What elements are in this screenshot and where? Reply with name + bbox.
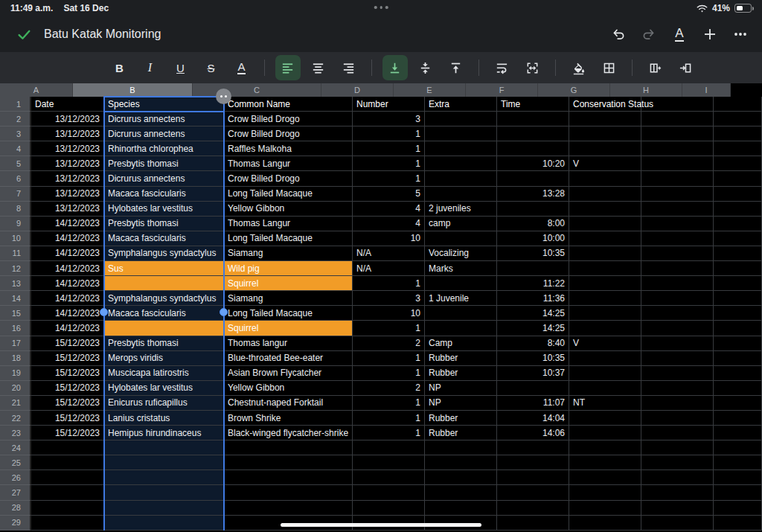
cell-B15[interactable]: Macaca fascicularis — [104, 306, 224, 321]
cell-B12[interactable]: Sus — [104, 261, 224, 276]
cell-B29[interactable] — [104, 516, 224, 531]
cell-A7[interactable]: 13/12/2023 — [31, 187, 104, 202]
row-header-13[interactable]: 13 — [0, 276, 31, 291]
cell-H7[interactable] — [641, 187, 714, 202]
strikethrough-button[interactable]: S — [199, 55, 224, 80]
cell-I13[interactable] — [714, 276, 762, 291]
cell-E21[interactable]: NP — [425, 396, 497, 411]
cell-G6[interactable] — [569, 171, 641, 186]
cell-D18[interactable]: 1 — [353, 351, 425, 366]
fill-color-button[interactable] — [566, 55, 592, 80]
cell-F24[interactable] — [497, 440, 569, 455]
cell-C21[interactable]: Chestnut-naped Forktail — [224, 396, 353, 411]
cell-G3[interactable] — [569, 126, 641, 141]
cell-A10[interactable]: 14/12/2023 — [31, 231, 104, 246]
cell-A9[interactable]: 14/12/2023 — [31, 217, 104, 231]
column-header-A[interactable]: A — [0, 83, 73, 97]
cell-F21[interactable]: 11:07 — [497, 396, 569, 411]
cell-H21[interactable] — [641, 396, 714, 411]
cell-C1[interactable]: Common Name — [224, 97, 353, 112]
cell-B20[interactable]: Hylobates lar vestitus — [104, 381, 224, 396]
cell-I26[interactable] — [714, 470, 762, 485]
cell-E20[interactable]: NP — [425, 381, 497, 396]
cell-D6[interactable]: 1 — [353, 171, 425, 186]
cell-B4[interactable]: Rhinortha chlorophea — [104, 141, 224, 156]
row-header-26[interactable]: 26 — [0, 470, 31, 485]
cell-H27[interactable] — [641, 485, 714, 500]
column-header-E[interactable]: E — [394, 83, 466, 97]
cell-D2[interactable]: 3 — [353, 112, 425, 126]
cell-I15[interactable] — [714, 306, 762, 321]
cell-I17[interactable] — [714, 336, 762, 351]
row-header-29[interactable]: 29 — [0, 516, 31, 531]
cell-A25[interactable] — [31, 455, 104, 470]
cell-G7[interactable] — [569, 187, 641, 202]
cell-F16[interactable]: 14:25 — [497, 321, 569, 336]
cell-F9[interactable]: 8:00 — [497, 217, 569, 231]
row-header-8[interactable]: 8 — [0, 202, 31, 217]
cell-E25[interactable] — [425, 455, 497, 470]
cell-D12[interactable]: N/A — [353, 261, 425, 276]
cell-G4[interactable] — [569, 141, 641, 156]
more-menu-button[interactable] — [729, 23, 752, 45]
cell-F27[interactable] — [497, 485, 569, 500]
cell-C15[interactable]: Long Tailed Macaque — [224, 306, 353, 321]
cell-B25[interactable] — [104, 455, 224, 470]
cell-C13[interactable]: Squirrel — [224, 276, 353, 291]
cell-F13[interactable]: 11:22 — [497, 276, 569, 291]
cell-F11[interactable]: 10:35 — [497, 246, 569, 261]
document-title[interactable]: Batu Katak Monitoring — [44, 28, 161, 41]
cell-G18[interactable] — [569, 351, 641, 366]
cell-G10[interactable] — [569, 231, 641, 246]
row-header-16[interactable]: 16 — [0, 321, 31, 336]
cell-H17[interactable] — [641, 336, 714, 351]
row-header-14[interactable]: 14 — [0, 291, 31, 306]
cell-G2[interactable] — [569, 112, 641, 126]
cell-C20[interactable]: Yellow Gibbon — [224, 381, 353, 396]
cell-E3[interactable] — [425, 126, 497, 141]
cell-F3[interactable] — [497, 126, 569, 141]
cell-D1[interactable]: Number — [353, 97, 425, 112]
cell-H26[interactable] — [641, 470, 714, 485]
cell-F25[interactable] — [497, 455, 569, 470]
align-center-button[interactable] — [306, 55, 331, 80]
cell-D9[interactable]: 4 — [353, 217, 425, 231]
row-header-22[interactable]: 22 — [0, 411, 31, 426]
cell-H1[interactable] — [641, 97, 714, 112]
text-color-button[interactable]: A — [229, 55, 254, 80]
cell-C28[interactable] — [224, 501, 353, 516]
cell-D26[interactable] — [353, 470, 425, 485]
cell-D22[interactable]: 1 — [353, 411, 425, 426]
cell-G12[interactable] — [569, 261, 641, 276]
cell-I4[interactable] — [714, 141, 762, 156]
row-header-11[interactable]: 11 — [0, 246, 31, 261]
row-header-17[interactable]: 17 — [0, 336, 31, 351]
row-header-21[interactable]: 21 — [0, 396, 31, 411]
cell-A18[interactable]: 15/12/2023 — [31, 351, 104, 366]
cell-C23[interactable]: Black-winged flycatcher-shrike — [224, 426, 353, 440]
cell-A15[interactable]: 14/12/2023 — [31, 306, 104, 321]
cell-I27[interactable] — [714, 485, 762, 500]
cell-F10[interactable]: 10:00 — [497, 231, 569, 246]
cell-G9[interactable] — [569, 217, 641, 231]
cell-B7[interactable]: Macaca fascicularis — [104, 187, 224, 202]
cell-C25[interactable] — [224, 455, 353, 470]
cell-C24[interactable] — [224, 440, 353, 455]
cell-E17[interactable]: Camp — [425, 336, 497, 351]
cell-A4[interactable]: 13/12/2023 — [31, 141, 104, 156]
cell-D24[interactable] — [353, 440, 425, 455]
cell-E22[interactable]: Rubber — [425, 411, 497, 426]
cell-I11[interactable] — [714, 246, 762, 261]
row-header-4[interactable]: 4 — [0, 141, 31, 156]
cell-H18[interactable] — [641, 351, 714, 366]
cell-B1[interactable]: Species — [104, 97, 224, 112]
column-header-I[interactable]: I — [682, 83, 731, 97]
row-header-5[interactable]: 5 — [0, 156, 31, 171]
cell-D3[interactable]: 1 — [353, 126, 425, 141]
cell-H22[interactable] — [641, 411, 714, 426]
cell-C11[interactable]: Siamang — [224, 246, 353, 261]
done-check-icon[interactable] — [16, 27, 32, 42]
cell-D19[interactable]: 1 — [353, 366, 425, 381]
cell-I3[interactable] — [714, 126, 762, 141]
cell-B9[interactable]: Presbytis thomasi — [104, 217, 224, 231]
